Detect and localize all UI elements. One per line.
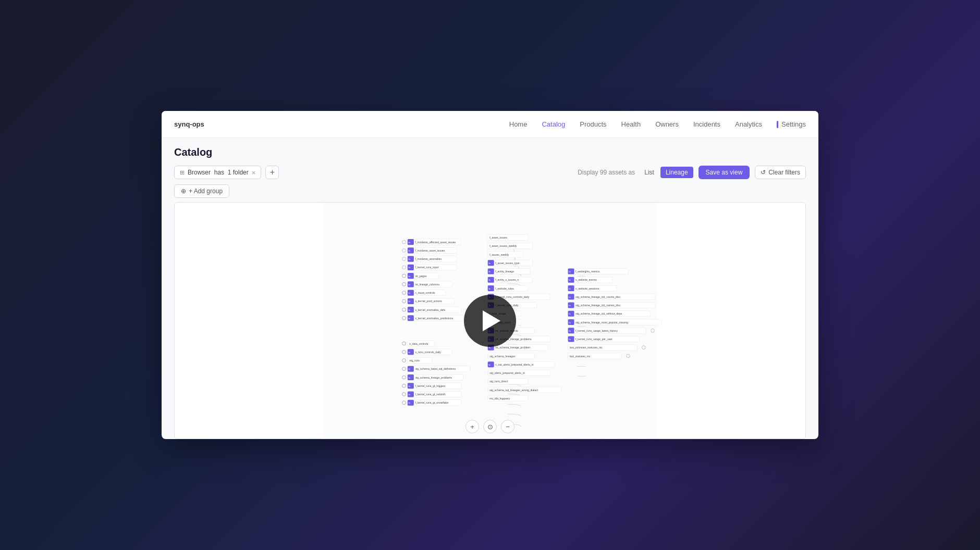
filter-left: ⊞ Browser has 1 folder × + (174, 166, 279, 179)
svg-text:int_lineage_columns: int_lineage_columns (415, 283, 439, 286)
filter-tag-close-icon[interactable]: × (252, 169, 256, 176)
svg-text:I×: I× (409, 377, 411, 379)
svg-text:stg_schema_sql_lineages_wrong_: stg_schema_sql_lineages_wrong_dialect (489, 389, 538, 392)
svg-text:I×: I× (569, 338, 571, 341)
svg-text:f_incidents_affected_asset_iss: f_incidents_affected_asset_issues (415, 241, 456, 244)
filter-tag-browser[interactable]: ⊞ Browser has 1 folder × (174, 166, 261, 179)
canvas-zoom-in-button[interactable]: + (466, 420, 479, 433)
filter-add-button[interactable]: + (265, 166, 279, 179)
filter-folder-icon: ⊞ (180, 169, 185, 176)
svg-text:f_kernel_runs_usage_latest_his: f_kernel_runs_usage_latest_history (575, 329, 618, 332)
svg-text:stg_alerts_prepared_alerts_vt: stg_alerts_prepared_alerts_vt (489, 371, 525, 374)
toolbar-right: Display 99 assets as List Lineage Save a… (578, 166, 806, 179)
page-content: Catalog ⊞ Browser has 1 folder × + Displ… (162, 138, 818, 439)
svg-text:I×: I× (409, 258, 411, 260)
nav-menu: Home Catalog Products Health Owners Inci… (509, 120, 806, 128)
svg-text:f_kernel_runs_gt_redshift: f_kernel_runs_gt_redshift (415, 393, 445, 396)
svg-text:I×: I× (488, 262, 491, 265)
svg-text:I×: I× (409, 309, 411, 311)
canvas-location-button[interactable]: ⊙ (483, 420, 497, 433)
svg-text:int_schema_lineage_problem: int_schema_lineage_problem (495, 346, 530, 349)
lineage-canvas[interactable]: I× f_incidents_affected_asset_issues I× … (174, 202, 806, 439)
navbar: synq-ops Home Catalog Products Health Ow… (162, 111, 818, 138)
svg-text:f_asset_issues_weekly: f_asset_issues_weekly (489, 244, 517, 247)
svg-text:c_out_alerts_prepared_alerts_v: c_out_alerts_prepared_alerts_vt (495, 363, 534, 366)
svg-text:f_kernel_runs_usage_per_user: f_kernel_runs_usage_per_user (575, 338, 612, 341)
svg-text:I×: I× (409, 300, 411, 303)
svg-text:f_website_rules: f_website_rules (495, 287, 514, 290)
svg-text:last_unknown_statuses_mc: last_unknown_statuses_mc (570, 346, 603, 349)
refresh-icon: ↺ (761, 169, 766, 176)
svg-text:I×: I× (409, 241, 411, 244)
svg-text:I×: I× (409, 317, 411, 320)
svg-text:f_asset_issues_type: f_asset_issues_type (495, 261, 519, 265)
svg-text:I×: I× (569, 270, 571, 273)
nav-item-analytics[interactable]: Analytics (735, 120, 762, 128)
svg-text:I×: I× (488, 279, 491, 281)
svg-text:I×: I× (409, 351, 411, 354)
svg-text:s_kernel_anomalies_predictions: s_kernel_anomalies_predictions (415, 317, 453, 320)
svg-text:I×: I× (409, 368, 411, 370)
play-button[interactable] (464, 295, 516, 347)
svg-text:mc_dbt_logquery: mc_dbt_logquery (489, 397, 510, 400)
nav-item-owners[interactable]: Owners (655, 120, 679, 128)
display-info: Display 99 assets as (578, 169, 635, 176)
svg-text:I×: I× (569, 288, 571, 290)
filter-tag-text: Browser has 1 folder (188, 169, 249, 176)
svg-text:f_incidents_asset_issues: f_incidents_asset_issues (415, 249, 445, 252)
svg-text:stg_runs: stg_runs (409, 359, 420, 362)
nav-item-catalog[interactable]: Catalog (542, 120, 565, 128)
svg-text:f_kernel_runs_gt_triggers: f_kernel_runs_gt_triggers (415, 384, 445, 388)
page-title: Catalog (174, 146, 806, 158)
nav-item-home[interactable]: Home (509, 120, 528, 128)
svg-text:stg_schema_lineage_problems: stg_schema_lineage_problems (415, 376, 452, 379)
save-view-button[interactable]: Save as view (699, 166, 750, 179)
nav-item-incidents[interactable]: Incidents (693, 120, 720, 128)
settings-indicator (777, 121, 778, 128)
nav-item-settings[interactable]: Settings (777, 120, 806, 128)
svg-text:f_asset_issues: f_asset_issues (489, 236, 507, 239)
svg-text:stg_runs_direct: stg_runs_direct (489, 380, 508, 383)
nav-item-products[interactable]: Products (580, 120, 606, 128)
svg-text:I×: I× (409, 275, 411, 278)
svg-text:stg_schema_lineage_col_without: stg_schema_lineage_col_without_deps (575, 312, 622, 315)
svg-text:c_issue_controls: c_issue_controls (415, 291, 435, 294)
svg-text:I×: I× (488, 346, 491, 349)
svg-text:I×: I× (569, 312, 571, 315)
svg-text:f_entity_s_issues_n: f_entity_s_issues_n (495, 278, 519, 281)
svg-text:s_website_sessions: s_website_sessions (575, 287, 599, 290)
svg-text:I×: I× (569, 304, 571, 307)
svg-text:f_incidents_anomalies: f_incidents_anomalies (415, 257, 442, 260)
svg-text:s_data_controls: s_data_controls (409, 342, 428, 345)
svg-text:I×: I× (569, 296, 571, 298)
add-group-row: ⊕ + Add group (174, 184, 806, 198)
svg-text:I×: I× (488, 288, 491, 290)
svg-text:f_kernel_runs_gt_snowflake: f_kernel_runs_gt_snowflake (415, 401, 448, 404)
svg-text:I×: I× (569, 321, 571, 324)
canvas-toolbar: + ⊙ − (466, 420, 514, 433)
svg-text:I×: I× (488, 270, 491, 273)
svg-text:stg_schema_lineage_most_popula: stg_schema_lineage_most_popular_missing (575, 321, 628, 324)
svg-text:I×: I× (409, 402, 411, 404)
svg-text:I×: I× (409, 283, 411, 286)
svg-text:I×: I× (569, 330, 571, 332)
svg-text:f_websights_metrics: f_websights_metrics (575, 270, 600, 273)
svg-text:I×: I× (409, 266, 411, 269)
svg-text:last_statuses_mc: last_statuses_mc (570, 355, 591, 358)
svg-text:int_pages: int_pages (415, 274, 427, 278)
svg-text:f_entity_lineage: f_entity_lineage (495, 270, 514, 273)
lineage-view-button[interactable]: Lineage (660, 167, 693, 178)
svg-text:stg_schema_lineage_col_names_d: stg_schema_lineage_col_names_disc (575, 304, 621, 307)
clear-filters-button[interactable]: ↺ Clear filters (755, 166, 806, 179)
svg-text:I×: I× (409, 249, 411, 252)
svg-text:stg_schema_lineages: stg_schema_lineages (489, 355, 516, 358)
list-view-button[interactable]: List (640, 167, 658, 178)
svg-text:I×: I× (409, 292, 411, 294)
canvas-zoom-out-button[interactable]: − (501, 420, 514, 433)
svg-text:s_website_events: s_website_events (575, 278, 597, 281)
svg-text:s_kernel_anomalies_defs: s_kernel_anomalies_defs (415, 308, 445, 311)
svg-text:I×: I× (409, 385, 411, 388)
svg-text:I×: I× (409, 393, 411, 396)
nav-item-health[interactable]: Health (621, 120, 641, 128)
add-group-button[interactable]: ⊕ + Add group (174, 184, 229, 198)
